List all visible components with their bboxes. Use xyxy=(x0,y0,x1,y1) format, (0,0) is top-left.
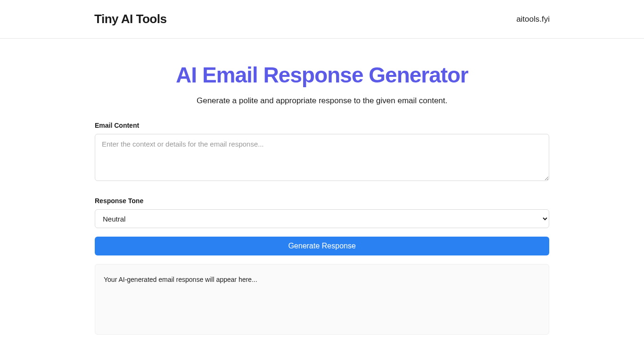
response-tone-label: Response Tone xyxy=(95,197,549,205)
generate-button[interactable]: Generate Response xyxy=(95,237,549,255)
email-content-input[interactable] xyxy=(95,134,549,181)
brand-title: Tiny AI Tools xyxy=(94,12,166,26)
page-subtitle: Generate a polite and appropriate respon… xyxy=(95,96,549,106)
page-title: AI Email Response Generator xyxy=(95,62,549,88)
email-content-label: Email Content xyxy=(95,122,549,129)
output-box: Your AI-generated email response will ap… xyxy=(95,264,549,335)
header: Tiny AI Tools aitools.fyi xyxy=(0,0,644,39)
main-content: AI Email Response Generator Generate a p… xyxy=(95,39,549,335)
response-tone-select[interactable]: Neutral xyxy=(95,209,549,228)
header-link[interactable]: aitools.fyi xyxy=(516,15,550,24)
